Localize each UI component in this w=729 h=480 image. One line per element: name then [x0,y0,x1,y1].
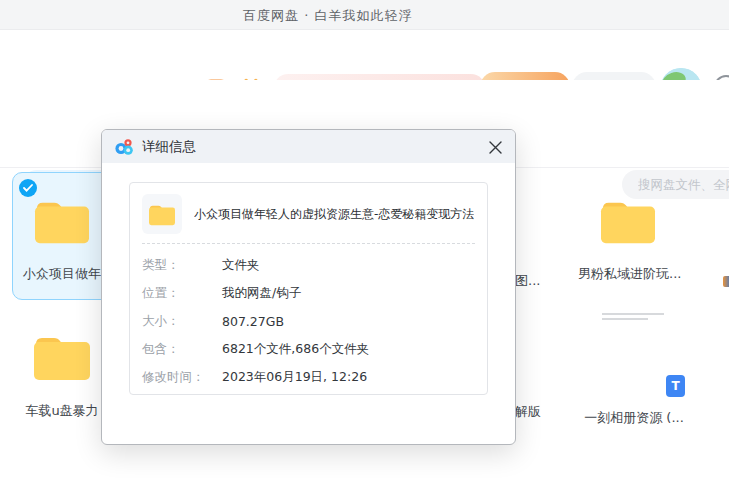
document-thumbnail: T [578,305,690,395]
check-icon[interactable] [19,179,37,197]
detail-label: 修改时间： [142,369,222,386]
clipped-label-fragment [723,276,729,287]
netdisk-logo-icon [114,137,134,157]
dialog-header[interactable]: 详细信息 [102,130,515,163]
detail-row-contains: 包含： 6821个文件,686个文件夹 [142,335,475,363]
file-label: 小众项目做年 [13,265,111,283]
detail-value: 6821个文件,686个文件夹 [222,341,369,358]
detail-value: 我的网盘/钩子 [222,285,301,302]
detail-value: 文件夹 [222,257,260,274]
detail-label: 包含： [142,341,222,358]
detail-file-name: 小众项目做年轻人的虚拟资源生意-恋爱秘籍变现方法 [194,206,474,223]
file-card-clipped[interactable] [706,172,729,300]
file-card-selected[interactable]: 小众项目做年 [12,172,112,300]
action-bar: 下载 分享 删除 •• [0,80,729,125]
detail-label: 大小： [142,313,222,330]
window-title: 百度网盘 · 白羊我如此轻浮 [243,7,412,25]
file-card[interactable]: T 一刻相册资源 (... [578,305,690,427]
detail-row-location: 位置： 我的网盘/钩子 [142,279,475,307]
file-name-row: 小众项目做年轻人的虚拟资源生意-恋爱秘籍变现方法 [142,191,475,237]
detail-label: 位置： [142,285,222,302]
detail-row-size: 大小： 807.27GB [142,307,475,335]
folder-icon [597,193,659,247]
details-dialog: 详细信息 小众项目做年轻人的虚拟资源生意-恋爱秘籍变现方法 类型： 文件夹 [101,129,516,445]
details-panel: 小众项目做年轻人的虚拟资源生意-恋爱秘籍变现方法 类型： 文件夹 位置： 我的网… [129,182,488,395]
dashed-divider [142,243,475,244]
detail-label: 类型： [142,257,222,274]
file-card[interactable]: 男粉私域进阶玩... [578,172,678,300]
dialog-title: 详细信息 [142,138,196,156]
detail-row-modified: 修改时间： 2023年06月19日, 12:26 [142,363,475,391]
file-label: 车载u盘暴力 [12,402,112,420]
folder-icon [147,201,177,227]
txt-file-icon: T [666,375,685,397]
folder-icon [30,328,94,384]
close-icon[interactable] [487,139,503,155]
detail-value: 2023年06月19日, 12:26 [222,369,367,386]
thumb-text-line [602,318,648,320]
folder-thumb [142,194,182,234]
detail-row-type: 类型： 文件夹 [142,251,475,279]
app-header: 会员大促！SVIP年卡低至¥178 会员中心 企业版 SVIP1 [0,30,729,80]
window-titlebar: 百度网盘 · 白羊我如此轻浮 [0,0,729,30]
file-label: 一刻相册资源 (... [578,409,690,427]
file-label: 男粉私域进阶玩... [578,265,678,283]
detail-value: 807.27GB [222,314,284,329]
app-window: 百度网盘 · 白羊我如此轻浮 会员大促！SVIP年卡低至¥178 会员中心 企业… [0,0,729,480]
file-card[interactable]: 车载u盘暴力 [12,328,112,420]
thumb-text-line [602,313,664,315]
folder-icon [31,193,93,247]
